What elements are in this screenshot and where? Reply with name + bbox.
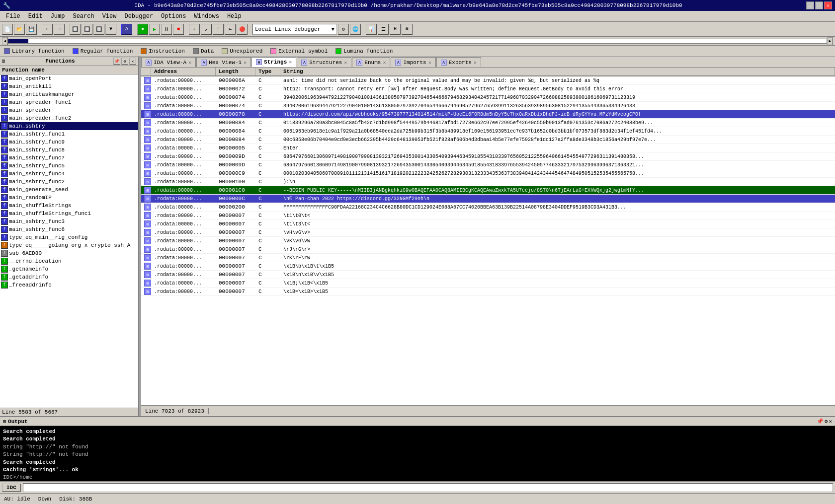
slider-right-btn[interactable]: ▶ bbox=[827, 37, 833, 45]
menu-view[interactable]: View bbox=[98, 12, 121, 21]
table-row-12[interactable]: ⊞.rodata:00000...00000100C):\n--- bbox=[141, 178, 835, 186]
menu-debugger[interactable]: Debugger bbox=[120, 12, 157, 21]
function-item-22[interactable]: fsub_6AED80 bbox=[0, 249, 138, 257]
function-item-11[interactable]: fmain_sshtry_func5 bbox=[0, 162, 138, 170]
table-row-24[interactable]: ⊞.rodata:00000...00000007C\x1B;\x1B<\x1B… bbox=[141, 279, 835, 288]
tab-hex-view-1[interactable]: AHex View-1✕ bbox=[196, 57, 251, 67]
table-row-16[interactable]: ⊞.rodata:00000...00000007C\t1\t0\t< bbox=[141, 212, 835, 220]
table-row-25[interactable]: ⊞.rodata:00000...00000007C\x1B=\x1B>\x1B… bbox=[141, 288, 835, 296]
tab-close-4[interactable]: ✕ bbox=[383, 60, 386, 66]
function-item-20[interactable]: ftype_eq_main__rig_config bbox=[0, 233, 138, 241]
idc-input[interactable] bbox=[23, 483, 833, 492]
restore-button[interactable]: □ bbox=[815, 1, 823, 9]
menu-search[interactable]: Search bbox=[69, 12, 98, 21]
forward-button[interactable]: → bbox=[54, 24, 65, 35]
bp-button[interactable]: 🔴 bbox=[237, 24, 248, 35]
menu-windows[interactable]: Windows bbox=[190, 12, 223, 21]
hex-view-button[interactable]: H bbox=[390, 24, 401, 35]
tb-btn-2[interactable]: 🔲 bbox=[82, 24, 92, 35]
tab-close-6[interactable]: ✕ bbox=[474, 60, 477, 66]
search-button[interactable]: A bbox=[121, 24, 132, 35]
tb-btn-3[interactable]: 🔲 bbox=[93, 24, 104, 35]
table-row-2[interactable]: ⊞.rodata:00000...00000074C39402006196394… bbox=[141, 93, 835, 102]
col-type[interactable]: Type bbox=[255, 68, 280, 75]
table-row-22[interactable]: ⊞.rodata:00000...00000007C\x1B\b\x1B\t\x… bbox=[141, 262, 835, 271]
function-item-3[interactable]: fmain_spreader_func1 bbox=[0, 98, 138, 106]
remote-button[interactable]: 🌐 bbox=[350, 24, 361, 35]
function-item-2[interactable]: fmain_antitaskmanager bbox=[0, 90, 138, 98]
hex-button[interactable]: ● bbox=[137, 24, 148, 35]
tab-close-0[interactable]: ✕ bbox=[188, 60, 191, 66]
debugger-options[interactable]: ⚙ bbox=[338, 24, 349, 35]
function-item-15[interactable]: fmain_randomIP bbox=[0, 194, 138, 202]
list-button[interactable]: ☰ bbox=[378, 24, 389, 35]
menu-jump[interactable]: Jump bbox=[47, 12, 69, 21]
function-item-1[interactable]: fmain_antikill bbox=[0, 82, 138, 90]
back-button[interactable]: ← bbox=[42, 24, 53, 35]
table-row-20[interactable]: ⊞.rodata:00000...00000007C\rJ\rG\r> bbox=[141, 245, 835, 254]
close-button[interactable]: ✕ bbox=[824, 1, 832, 9]
table-row-7[interactable]: ⊞.rodata:00000...00000084C00c6858e06b704… bbox=[141, 136, 835, 144]
function-item-26[interactable]: f_freeaddrinfo bbox=[0, 281, 138, 289]
table-row-13[interactable]: ⊞.rodata:00000...000001C0C--BEGIN PUBLIC… bbox=[141, 186, 835, 195]
table-row-18[interactable]: ⊞.rodata:00000...00000007C\vH\vG\v> bbox=[141, 228, 835, 237]
output-pin-icon[interactable]: 📌 bbox=[817, 418, 824, 425]
function-item-5[interactable]: fmain_spreader_func2 bbox=[0, 114, 138, 122]
menu-file[interactable]: File bbox=[2, 12, 24, 21]
table-row-10[interactable]: ⊞.rodata:00000...0000009DC68647976601306… bbox=[141, 161, 835, 169]
functions-pin-icon[interactable]: 📌 bbox=[113, 58, 120, 65]
menu-help[interactable]: Help bbox=[223, 12, 246, 21]
function-item-24[interactable]: f_getnameinfo bbox=[0, 265, 138, 273]
function-item-6[interactable]: fmain_sshtry bbox=[0, 122, 138, 130]
open-button[interactable]: 📂 bbox=[14, 24, 25, 35]
tab-strings[interactable]: AStrings✕ bbox=[251, 57, 296, 67]
step-into[interactable]: ↓ bbox=[189, 24, 200, 35]
functions-list[interactable]: fmain_openPortfmain_antikillfmain_antita… bbox=[0, 74, 138, 408]
function-item-0[interactable]: fmain_openPort bbox=[0, 74, 138, 82]
tab-enums[interactable]: AEnums✕ bbox=[352, 57, 390, 67]
tab-close-2[interactable]: ✕ bbox=[289, 59, 292, 65]
functions-config-icon[interactable]: ⚙ bbox=[121, 58, 128, 65]
tab-close-3[interactable]: ✕ bbox=[344, 60, 347, 66]
function-item-14[interactable]: fmain_generate_seed bbox=[0, 186, 138, 194]
col-length[interactable]: Length bbox=[216, 68, 255, 75]
function-item-12[interactable]: fmain_sshtry_func4 bbox=[0, 170, 138, 178]
debugger-dropdown[interactable]: Local Linux debugger ▼ bbox=[252, 24, 337, 35]
table-row-17[interactable]: ⊞.rodata:00000...00000007C\t1\t3\t< bbox=[141, 220, 835, 228]
tab-close-5[interactable]: ✕ bbox=[428, 60, 431, 66]
output-config-icon[interactable]: ⚙ bbox=[825, 418, 828, 425]
table-row-3[interactable]: ⊞.rodata:00000...00000074C39402006196394… bbox=[141, 102, 835, 110]
function-item-17[interactable]: fmain_shuffleStrings_func1 bbox=[0, 210, 138, 217]
function-item-7[interactable]: fmain_sshtry_func1 bbox=[0, 130, 138, 138]
table-row-9[interactable]: ⊞.rodata:00000...0000009DC68647976601306… bbox=[141, 152, 835, 161]
table-row-19[interactable]: ⊞.rodata:00000...00000007C\vK\vG\vW bbox=[141, 237, 835, 245]
step-out[interactable]: ↑ bbox=[213, 24, 224, 35]
function-item-19[interactable]: fmain_sshtry_func6 bbox=[0, 225, 138, 233]
tab-exports[interactable]: AExports✕ bbox=[436, 57, 481, 67]
output-close-icon[interactable]: ✕ bbox=[829, 418, 832, 425]
function-item-9[interactable]: fmain_sshtry_func8 bbox=[0, 146, 138, 154]
function-item-21[interactable]: ftype_eq_____golang_org_x_crypto_ssh_A bbox=[0, 241, 138, 249]
function-item-4[interactable]: fmain_spreader bbox=[0, 106, 138, 114]
table-row-0[interactable]: ⊞.rodata:00000...0000006ACasn1: time did… bbox=[141, 76, 835, 85]
run-to[interactable]: ↪ bbox=[225, 24, 236, 35]
table-row-5[interactable]: ⊞.rodata:00000...00000084C011839296a789a… bbox=[141, 119, 835, 127]
tb-btn-1[interactable]: 🔲 bbox=[70, 24, 81, 35]
menu-options[interactable]: Options bbox=[157, 12, 190, 21]
table-row-6[interactable]: ⊞.rodata:00000...00000084C0051953eb9618e… bbox=[141, 127, 835, 136]
tab-ida-view-a[interactable]: AIDA View-A✕ bbox=[141, 57, 196, 67]
save-button[interactable]: 💾 bbox=[26, 24, 37, 35]
table-row-11[interactable]: ⊞.rodata:00000...000000C9C00010203040506… bbox=[141, 169, 835, 178]
function-item-16[interactable]: fmain_shuffleStrings bbox=[0, 202, 138, 210]
tab-imports[interactable]: AImports✕ bbox=[391, 57, 435, 67]
minimize-button[interactable]: _ bbox=[806, 1, 814, 9]
tab-structures[interactable]: AStructures✕ bbox=[297, 57, 351, 67]
misc-button[interactable]: ≡ bbox=[402, 24, 413, 35]
pause-button[interactable]: ⏸ bbox=[161, 24, 172, 35]
col-string[interactable]: String bbox=[280, 68, 835, 75]
col-address[interactable]: Address bbox=[151, 68, 216, 75]
table-row-23[interactable]: ⊞.rodata:00000...00000007C\x1B\n\x1B\v\x… bbox=[141, 271, 835, 279]
table-row-15[interactable]: ⊞.rodata:00000...00000200CFFFFFFFFFFFFFF… bbox=[141, 203, 835, 212]
run-button[interactable]: ▶ bbox=[149, 24, 160, 35]
table-row-1[interactable]: ⊞.rodata:00000...00000072Chttp2: Transpo… bbox=[141, 85, 835, 93]
